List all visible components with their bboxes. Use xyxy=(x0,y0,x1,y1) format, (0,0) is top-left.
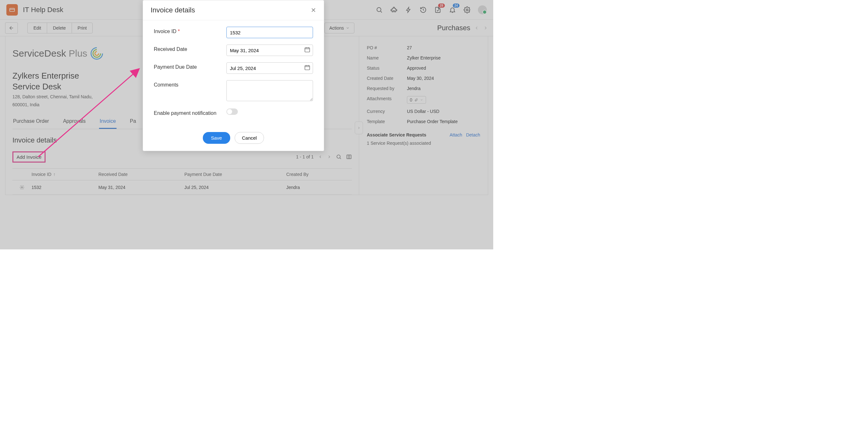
cancel-button[interactable]: Cancel xyxy=(235,132,264,144)
invoice-id-input[interactable] xyxy=(226,27,313,38)
received-date-input[interactable] xyxy=(226,44,313,56)
comments-textarea[interactable] xyxy=(226,80,313,101)
received-date-label: Received Date xyxy=(154,44,226,52)
payment-due-input[interactable] xyxy=(226,62,313,74)
calendar-icon[interactable] xyxy=(304,46,310,53)
save-button[interactable]: Save xyxy=(203,132,230,144)
modal-title: Invoice details xyxy=(151,6,195,14)
payment-due-label: Payment Due Date xyxy=(154,62,226,70)
close-icon[interactable]: ✕ xyxy=(311,6,316,14)
invoice-details-modal: Invoice details ✕ Invoice ID * Received … xyxy=(143,0,324,151)
svg-rect-7 xyxy=(305,48,310,52)
comments-label: Comments xyxy=(154,80,226,88)
svg-rect-8 xyxy=(305,66,310,70)
calendar-icon[interactable] xyxy=(304,64,310,71)
enable-notification-label: Enable payment notification xyxy=(154,108,226,116)
enable-notification-toggle[interactable] xyxy=(226,108,238,115)
invoice-id-label: Invoice ID xyxy=(154,29,177,34)
